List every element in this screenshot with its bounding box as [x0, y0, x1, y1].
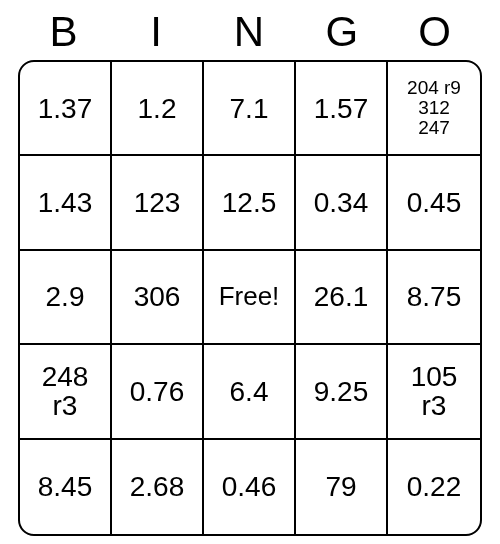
- bingo-cell[interactable]: 204 r9 312 247: [388, 62, 480, 156]
- bingo-cell[interactable]: 248 r3: [20, 345, 112, 439]
- header-o: O: [389, 8, 482, 56]
- bingo-cell[interactable]: 105 r3: [388, 345, 480, 439]
- bingo-headers: B I N G O: [18, 8, 482, 56]
- bingo-grid: 1.371.27.11.57204 r9 312 2471.4312312.50…: [18, 60, 482, 536]
- bingo-cell[interactable]: 8.75: [388, 251, 480, 345]
- bingo-cell[interactable]: 0.34: [296, 156, 388, 250]
- bingo-cell[interactable]: 9.25: [296, 345, 388, 439]
- bingo-cell[interactable]: 0.46: [204, 440, 296, 534]
- bingo-cell[interactable]: Free!: [204, 251, 296, 345]
- header-g: G: [296, 8, 389, 56]
- bingo-cell[interactable]: 8.45: [20, 440, 112, 534]
- bingo-cell[interactable]: 12.5: [204, 156, 296, 250]
- bingo-cell[interactable]: 0.76: [112, 345, 204, 439]
- bingo-cell[interactable]: 7.1: [204, 62, 296, 156]
- bingo-cell[interactable]: 1.43: [20, 156, 112, 250]
- bingo-cell[interactable]: 79: [296, 440, 388, 534]
- bingo-card: B I N G O 1.371.27.11.57204 r9 312 2471.…: [18, 8, 482, 536]
- bingo-cell[interactable]: 0.22: [388, 440, 480, 534]
- header-n: N: [204, 8, 297, 56]
- bingo-cell[interactable]: 6.4: [204, 345, 296, 439]
- header-b: B: [18, 8, 111, 56]
- bingo-cell[interactable]: 306: [112, 251, 204, 345]
- bingo-cell[interactable]: 0.45: [388, 156, 480, 250]
- bingo-cell[interactable]: 26.1: [296, 251, 388, 345]
- bingo-cell[interactable]: 2.9: [20, 251, 112, 345]
- bingo-cell[interactable]: 1.37: [20, 62, 112, 156]
- bingo-cell[interactable]: 1.57: [296, 62, 388, 156]
- bingo-cell[interactable]: 2.68: [112, 440, 204, 534]
- bingo-cell[interactable]: 123: [112, 156, 204, 250]
- header-i: I: [111, 8, 204, 56]
- bingo-cell[interactable]: 1.2: [112, 62, 204, 156]
